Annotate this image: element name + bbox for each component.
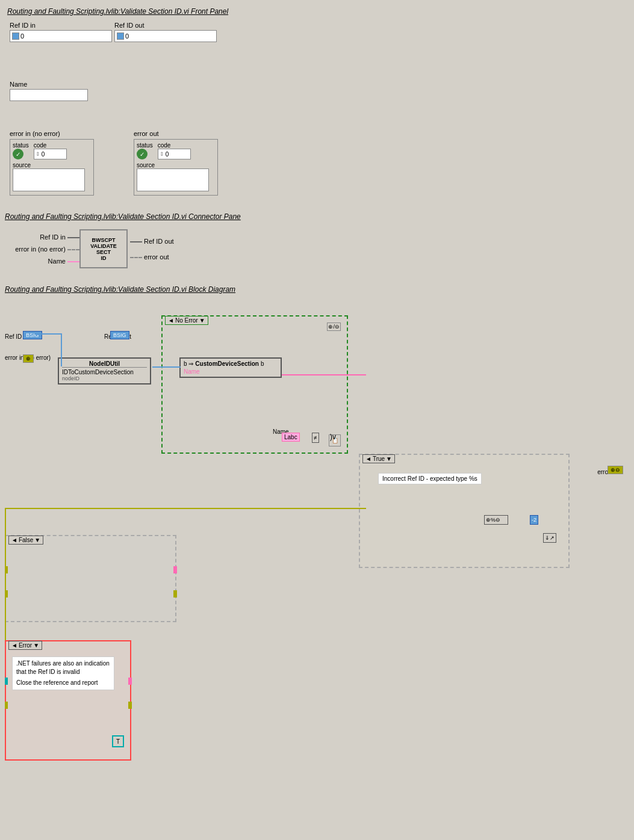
node-id-util-label: NodeIDUtil (62, 360, 147, 368)
error-in-code-value: 0 (40, 151, 45, 158)
front-panel-content: Ref ID in 0 Ref ID out 0 Name (7, 19, 218, 198)
error-arrow-left[interactable]: ◄ (11, 642, 17, 649)
error-in-label: error in (no error) (10, 130, 130, 137)
ref-id-out-icon (117, 32, 124, 40)
connector-pane-diagram: Ref ID in error in (no error) Name BWSCP… (5, 224, 629, 273)
cp-right-labels: Ref ID out error out (128, 238, 218, 261)
front-panel-section: Routing and Faulting Scripting.lvlib:Val… (5, 5, 629, 200)
spinbox-icon2: ⇕ (160, 151, 164, 157)
bd-error-out-box: ⊕⊖ (608, 466, 623, 474)
true-arrow-left[interactable]: ◄ (365, 456, 371, 462)
node-id-label: nodeID (62, 375, 147, 381)
cp-name-label: Name (48, 258, 66, 265)
name-input[interactable] (10, 89, 88, 101)
error-out-check: ✓ (137, 149, 148, 159)
error-arrow-down[interactable]: ▼ (33, 642, 39, 649)
node-id-util-block: NodeIDUtil IDToCustomDeviceSection nodeI… (58, 357, 151, 384)
cp-center-label3: SECT (96, 249, 111, 255)
no-error-case-header: ◄ No Error ▼ (165, 316, 208, 325)
cp-ref-id-in-label: Ref ID in (40, 233, 66, 241)
source-label2: source (137, 162, 215, 168)
wire-yellow-h1 (5, 508, 366, 509)
ref-id-out-group: Ref ID out 0 (114, 22, 217, 42)
error-in-status-col: status ✓ (13, 142, 29, 159)
false-case-label: False (19, 537, 33, 543)
error-grid: error in (no error) status ✓ code ⇕ 0 (10, 130, 216, 196)
wire-pink1 (282, 374, 366, 375)
spacer2 (10, 106, 216, 130)
bd-v-symbol: )v (330, 433, 336, 441)
bd-error-in-box: ⊕ (23, 354, 34, 363)
ref-id-in-input[interactable]: 0 (10, 30, 112, 42)
ref-id-in-value: 0 (20, 32, 24, 40)
error-in-status-code: status ✓ code ⇕ 0 (13, 142, 91, 159)
dotnet-failure-text: .NET failures are also an indication tha… (16, 659, 110, 676)
bd-error-in-terminal: ⊕ (23, 354, 34, 363)
error-out-content: status ✓ code ⇕ 0 source (134, 139, 218, 196)
cp-right-error-out: error out (130, 253, 218, 261)
error-in-source-textarea[interactable] (13, 168, 85, 191)
false-case-port-r1 (173, 566, 177, 573)
error-out-status-code: status ✓ code ⇕ 0 (137, 142, 215, 159)
wire-node-to-custom (152, 366, 181, 368)
bd-compare-block: ≠ (312, 433, 319, 443)
true-case: ◄ True ▼ Incorrect Ref ID - expected typ… (359, 454, 570, 568)
spinbox-icon1: ⇕ (36, 151, 40, 157)
cp-center-label4: ID (101, 255, 107, 261)
false-case-header: ◄ False ▼ (8, 536, 43, 545)
no-error-case: ◄ No Error ▼ ⊕/⊖ 📋 (161, 315, 348, 454)
cp-ref-id-out-label: Ref ID out (144, 238, 174, 245)
cp-center-label: BWSCPT (92, 237, 116, 243)
name-label: Name (10, 81, 216, 88)
no-error-icon: ⊕/⊖ (327, 323, 341, 331)
error-in-code-col: code ⇕ 0 (34, 142, 67, 159)
error-out-source-textarea (137, 168, 209, 191)
true-case-block1: ⊕%⊖ (484, 515, 508, 525)
ref-id-out-value: 0 (125, 32, 129, 40)
error-in-code-input[interactable]: ⇕ 0 (34, 149, 67, 159)
bd-name-pink-terminal: Labc (282, 433, 300, 442)
spacer1 (10, 45, 216, 81)
true-case-header: ◄ True ▼ (362, 454, 395, 463)
cp-left-ref-id-in: Ref ID in (7, 233, 79, 241)
error-case-icon: T (112, 735, 124, 747)
bd-ref-id-in-terminal: BSIG (23, 331, 42, 339)
custom-device-section-block: b ⇒ CustomDeviceSection b Name (179, 357, 282, 378)
ref-id-out-input: 0 (114, 30, 217, 42)
block-diagram-title: Routing and Faulting Scripting.lvlib:Val… (5, 285, 629, 294)
cp-error-out-label: error out (144, 253, 169, 261)
custom-device-name-label: Name (184, 368, 278, 375)
status-label2: status (137, 142, 153, 149)
error-port-l2 (5, 702, 8, 709)
no-error-arrow-right[interactable]: ▼ (199, 317, 205, 324)
ref-id-in-icon (12, 32, 19, 40)
no-error-arrow-left[interactable]: ◄ (168, 317, 174, 324)
cp-line5 (130, 257, 142, 258)
error-port-l1 (5, 678, 8, 685)
error-case-label: Error (19, 642, 32, 649)
bd-ref-out-box: BSIG (110, 331, 129, 339)
front-panel-title: Routing and Faulting Scripting.lvlib:Val… (7, 7, 627, 16)
custom-device-header: b ⇒ CustomDeviceSection b (184, 360, 278, 367)
bd-error-out-terminal: ⊕⊖ (608, 466, 623, 474)
false-arrow-down[interactable]: ▼ (34, 537, 40, 543)
error-out-code-input: ⇕ 0 (158, 149, 191, 159)
connector-pane-title: Routing and Faulting Scripting.lvlib:Val… (5, 212, 629, 221)
error-in-source: source (13, 162, 91, 193)
cp-center-label2: VALIDATE (90, 243, 117, 249)
source-label1: source (13, 162, 91, 168)
error-out-code-value: 0 (164, 151, 169, 158)
connector-pane-section: Routing and Faulting Scripting.lvlib:Val… (5, 212, 629, 273)
block-diagram-section: Routing and Faulting Scripting.lvlib:Val… (5, 285, 629, 779)
incorrect-ref-block: Incorrect Ref ID - expected type %s (378, 473, 482, 484)
cp-line3 (67, 261, 79, 262)
custom-device-label: CustomDeviceSection (195, 360, 259, 367)
wire-yellow-v1 (5, 508, 6, 640)
error-out-status-col: status ✓ (137, 142, 153, 159)
bd-ref-id-out-terminal: BSIG (110, 331, 129, 339)
code-label2: code (158, 142, 191, 149)
cp-left-name: Name (7, 258, 79, 265)
cp-line1 (67, 237, 79, 238)
false-arrow-left[interactable]: ◄ (11, 537, 17, 543)
true-arrow-down[interactable]: ▼ (386, 456, 392, 462)
